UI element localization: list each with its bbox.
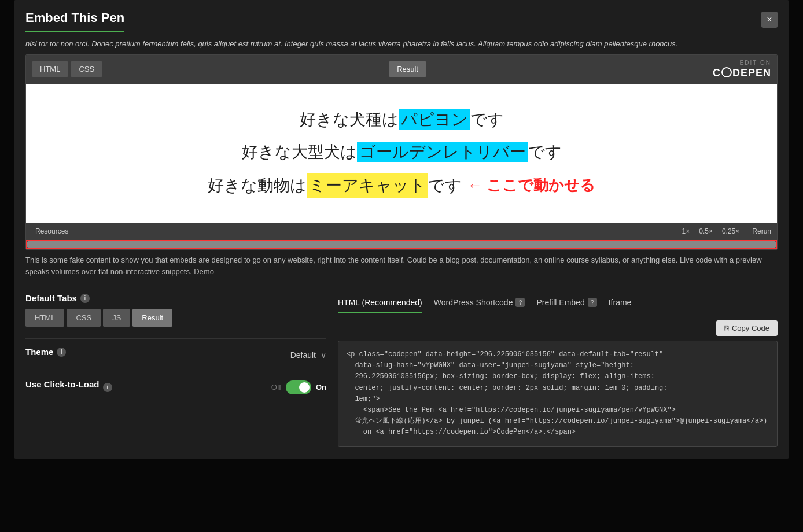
rerun-button[interactable]: Rerun <box>752 227 771 235</box>
click-to-load-label-group: Use Click-to-Load i <box>25 379 112 395</box>
embed-tab-result[interactable]: Result <box>389 61 426 77</box>
settings-left: Default Tabs i HTML CSS JS Result <box>25 293 326 447</box>
japanese-line-1: 好きな犬種はパピヨンです <box>300 109 504 131</box>
codepen-embed: HTML CSS Result EDIT ON CDEPEN <box>25 54 778 250</box>
highlight-retriever: ゴールデンレトリバー <box>357 142 528 162</box>
zoom-025x-button[interactable]: 0.25× <box>719 226 743 237</box>
toggle-on-label: On <box>316 383 326 391</box>
code-block: <p class="codepen" data-height="296.2250… <box>338 341 778 447</box>
edit-on-label: EDIT ON <box>740 60 771 66</box>
prefill-question-badge: ? <box>588 298 597 307</box>
tab-btn-result[interactable]: Result <box>132 309 172 327</box>
zoom-1x-button[interactable]: 1× <box>679 226 694 237</box>
tab-btn-css[interactable]: CSS <box>67 309 101 327</box>
embed-content: 好きな犬種はパピヨンです 好きな大型犬はゴールデンレトリバーです 好きな動物はミ… <box>26 84 777 223</box>
resources-button[interactable]: Resources <box>32 225 72 238</box>
copy-code-button[interactable]: ⎘ Copy Code <box>716 320 778 336</box>
preview-text-bottom: This is some fake content to show you th… <box>25 254 778 279</box>
japanese-line-3: 好きな動物はミーアキャットです ← ここで動かせる <box>208 173 595 198</box>
theme-info-icon[interactable]: i <box>57 348 66 357</box>
default-tabs-group: Default Tabs i HTML CSS JS Result <box>25 293 326 327</box>
embed-type-html[interactable]: HTML (Recommended) <box>338 293 422 313</box>
embed-type-prefill[interactable]: Prefill Embed ? <box>536 293 596 313</box>
modal-header: Embed This Pen × <box>14 0 789 32</box>
click-to-load-row: Use Click-to-Load i Off On <box>25 371 326 403</box>
zoom-05x-button[interactable]: 0.5× <box>695 226 716 237</box>
click-to-load-info-icon[interactable]: i <box>103 383 112 392</box>
settings-section: Default Tabs i HTML CSS JS Result <box>14 284 789 459</box>
embed-tab-html[interactable]: HTML <box>32 61 68 77</box>
embed-modal: Embed This Pen × nisl tor tor non orci. … <box>14 0 789 459</box>
modal-overlay: Embed This Pen × nisl tor tor non orci. … <box>0 0 803 532</box>
embed-footer: Resources 1× 0.5× 0.25× Rerun <box>26 223 777 240</box>
toggle-knob <box>299 382 310 393</box>
embed-tab-bar: HTML CSS Result EDIT ON CDEPEN <box>26 55 777 84</box>
preview-text-top: nisl tor tor non orci. Donec pretium fer… <box>25 38 778 50</box>
theme-row: Theme i Default ∨ <box>25 338 326 371</box>
scrollbar-area[interactable] <box>26 240 777 249</box>
highlight-meerkat: ミーアキャット <box>307 173 428 198</box>
modal-title: Embed This Pen <box>25 10 124 32</box>
default-tabs-info-icon[interactable]: i <box>80 294 90 303</box>
toggle-control: Off On <box>271 380 326 394</box>
highlight-papillon: パピヨン <box>399 109 470 130</box>
tab-btn-html[interactable]: HTML <box>25 309 64 327</box>
edit-on-codepen: EDIT ON CDEPEN <box>713 60 771 79</box>
wordpress-question-badge: ? <box>515 298 525 307</box>
close-button[interactable]: × <box>761 12 778 28</box>
scrollbar-thumb <box>27 241 776 248</box>
modal-body: nisl tor tor non orci. Donec pretium fer… <box>14 32 789 459</box>
zoom-buttons: 1× 0.5× 0.25× <box>679 226 743 237</box>
default-tabs-buttons: HTML CSS JS Result <box>25 309 326 327</box>
embed-tab-css[interactable]: CSS <box>71 61 102 77</box>
toggle-off-label: Off <box>271 383 281 391</box>
codepen-logo: CDEPEN <box>713 66 771 79</box>
settings-right: HTML (Recommended) WordPress Shortcode ?… <box>338 293 778 447</box>
theme-select[interactable]: Default ∨ <box>290 350 326 360</box>
embed-type-wordpress[interactable]: WordPress Shortcode ? <box>434 293 525 313</box>
copy-code-label: Copy Code <box>732 324 769 332</box>
copy-code-bar: ⎘ Copy Code <box>338 320 778 336</box>
preview-section: nisl tor tor non orci. Donec pretium fer… <box>14 32 789 284</box>
annotation-text: ← ここで動かせる <box>467 175 595 195</box>
copy-icon: ⎘ <box>724 324 729 332</box>
click-to-load-label: Use Click-to-Load <box>25 379 100 389</box>
japanese-line-2: 好きな大型犬はゴールデンレトリバーです <box>242 141 562 163</box>
default-tabs-label: Default Tabs i <box>25 293 326 303</box>
embed-type-tabs: HTML (Recommended) WordPress Shortcode ?… <box>338 293 778 313</box>
chevron-down-icon: ∨ <box>321 350 326 360</box>
tab-btn-js[interactable]: JS <box>103 309 130 327</box>
toggle-switch[interactable] <box>286 380 311 394</box>
embed-type-iframe[interactable]: Iframe <box>609 293 632 313</box>
theme-label: Theme i <box>25 347 66 357</box>
